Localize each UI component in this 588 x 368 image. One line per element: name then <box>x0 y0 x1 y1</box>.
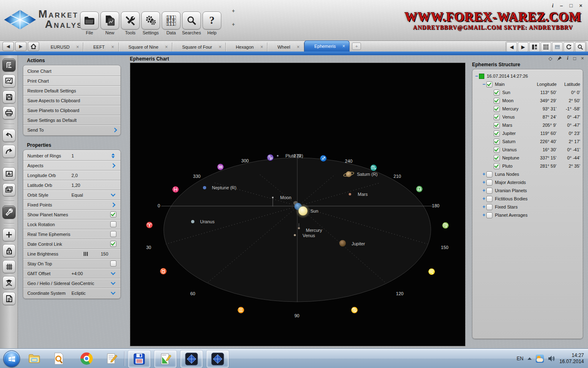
maximize-panel-icon[interactable]: □ <box>573 56 576 61</box>
checkbox[interactable] <box>110 260 116 267</box>
planet-mercury[interactable] <box>298 227 300 229</box>
action-restore-default-settings[interactable]: Restore Default Settings <box>23 86 120 96</box>
side-button-tools-wrench[interactable] <box>2 206 16 219</box>
checkbox[interactable] <box>494 122 500 128</box>
expand-icon[interactable]: + <box>481 188 486 193</box>
tab-square-of-four[interactable]: Square of Four× <box>172 43 226 52</box>
planet-pluto[interactable] <box>277 155 278 157</box>
collapse-icon[interactable]: − <box>481 81 486 87</box>
tab-close-icon[interactable]: × <box>342 43 345 49</box>
tabbar-image-button[interactable] <box>552 42 563 52</box>
tree-planet-mars[interactable]: Mars205° 9’0° -47’ <box>474 121 581 129</box>
tree-planet-mercury[interactable]: Mercury93° 31’-1° -58’ <box>474 105 581 113</box>
taskbar-app-floppy[interactable] <box>128 350 150 368</box>
nav-forward-button[interactable]: ▶ <box>15 42 27 51</box>
checkbox[interactable] <box>486 171 492 177</box>
side-button-grid[interactable] <box>2 260 16 273</box>
expand-icon[interactable]: + <box>481 180 486 185</box>
property-date-control-link[interactable]: Date Control Link <box>23 239 120 249</box>
checkbox[interactable] <box>494 163 500 169</box>
taskbar-search-button[interactable] <box>52 352 65 365</box>
tab-close-icon[interactable]: × <box>260 44 263 50</box>
tree-planet-jupiter[interactable]: Jupiter119° 60’0° 23’ <box>474 129 581 137</box>
tabbar-search-button[interactable] <box>575 42 586 52</box>
checkbox[interactable] <box>110 211 116 218</box>
checkbox[interactable] <box>110 231 116 237</box>
property-aspects[interactable]: Aspects <box>23 161 120 171</box>
tree-group-major-asteroids[interactable]: +Major Asteroids <box>474 178 581 186</box>
planet-venus[interactable] <box>294 234 296 236</box>
property-geo-helio-sidereal[interactable]: Geo / Helio / SiderealGeoCentric <box>23 278 120 288</box>
tree-planet-sun[interactable]: Sun113° 50’0° 0’ <box>474 88 581 96</box>
property-coordinate-system[interactable]: Coordinate SystemEcliptic <box>23 288 120 298</box>
tree-planet-neptune[interactable]: Neptune337° 15’0° -44’ <box>474 154 581 162</box>
tab-eeft[interactable]: EEFT× <box>83 43 118 52</box>
tab-close-icon[interactable]: × <box>165 44 168 50</box>
checkbox[interactable] <box>486 81 492 88</box>
tree-group-main[interactable]: −MainLongitudeLatitude <box>474 80 581 88</box>
dock-add-button[interactable]: + <box>232 8 235 14</box>
checkbox[interactable] <box>494 147 500 153</box>
property-longitude-orb[interactable]: Longitude Orb2,0 <box>23 171 120 180</box>
tabbar-grid-button[interactable] <box>541 42 551 52</box>
checkbox[interactable] <box>494 155 500 161</box>
action-send-to[interactable]: Send To <box>23 125 120 135</box>
toolbar-button-tools[interactable]: Tools <box>121 11 140 35</box>
taskbar-app-editor[interactable] <box>154 350 176 368</box>
side-button-export-images[interactable] <box>2 183 16 196</box>
toolbar-button-help[interactable]: ?Help <box>203 11 221 35</box>
tab-hexagon[interactable]: Hexagon× <box>226 43 267 52</box>
taskbar-app-market-analyst-2[interactable] <box>207 350 229 368</box>
tree-planet-uranus[interactable]: Uranus16° 30’0° -41’ <box>474 146 581 154</box>
window-close-button[interactable]: × <box>579 2 582 9</box>
toolbar-button-new[interactable]: New <box>100 11 119 35</box>
tab-close-icon[interactable]: × <box>297 44 300 50</box>
tray-clock[interactable]: 14:27 16.07.2014 <box>559 352 584 365</box>
property-line-brightness[interactable]: Line Brightness150 <box>23 249 120 259</box>
tabbar-next-button[interactable]: ▶ <box>518 42 528 52</box>
side-button-save[interactable] <box>2 90 16 103</box>
checkbox[interactable] <box>494 106 500 112</box>
side-button-print[interactable] <box>2 106 16 119</box>
tab-close-icon[interactable]: × <box>218 44 221 50</box>
checkbox[interactable] <box>486 196 492 202</box>
checkbox[interactable] <box>494 130 500 137</box>
planet-neptune[interactable] <box>203 186 206 189</box>
tray-expand-icon[interactable] <box>528 357 532 360</box>
action-save-planets-to-clipboard[interactable]: Save Planets to Clipboard <box>23 105 120 115</box>
checkbox[interactable] <box>486 188 492 194</box>
new-tab-button[interactable]: + <box>352 43 361 50</box>
tab-close-icon[interactable]: × <box>111 44 114 50</box>
checkbox[interactable] <box>486 204 492 210</box>
tree-group-uranian-planets[interactable]: +Uranian Planets <box>474 186 581 195</box>
tab-eurusd[interactable]: EURUSD× <box>41 43 83 52</box>
property-latitude-orb[interactable]: Latitude Orb1,20 <box>23 180 120 190</box>
toolbar-button-file[interactable]: File <box>80 11 99 35</box>
collapse-icon[interactable]: − <box>474 73 479 79</box>
nav-back-button[interactable]: ◀ <box>2 42 14 51</box>
toolbar-button-settings[interactable]: Settings <box>141 11 160 35</box>
property-lock-rotation[interactable]: Lock Rotation <box>23 220 120 229</box>
property-fixed-points[interactable]: Fixed Points <box>23 200 120 210</box>
dock-add-button[interactable]: + <box>232 22 235 27</box>
checkbox[interactable] <box>494 98 500 104</box>
checkbox[interactable] <box>486 212 492 218</box>
tree-group-planet-averages[interactable]: +Planet Averages <box>474 211 581 219</box>
expand-icon[interactable]: + <box>481 204 486 210</box>
start-button[interactable] <box>3 350 20 367</box>
expand-icon[interactable]: + <box>481 212 486 218</box>
property-real-time-ephemeris[interactable]: Real Time Ephemeris <box>23 229 120 239</box>
checkbox[interactable] <box>494 139 500 145</box>
action-save-aspects-to-clipboard[interactable]: Save Aspects to Clipboard <box>23 96 120 105</box>
side-button-chart-image[interactable] <box>2 74 16 88</box>
tree-planet-venus[interactable]: Venus87° 24’0° -47’ <box>474 113 581 121</box>
checkbox[interactable] <box>110 221 116 227</box>
side-button-add[interactable] <box>2 228 16 241</box>
taskbar-app-market-analyst-1[interactable] <box>180 350 203 368</box>
nav-home-button[interactable] <box>28 42 39 51</box>
toolbar-button-data[interactable]: 101010111Data <box>162 11 180 35</box>
tab-close-icon[interactable]: × <box>76 44 79 50</box>
spinner-icon[interactable] <box>111 153 115 158</box>
property-gmt-offset[interactable]: GMT Offset+4:00 <box>23 269 120 278</box>
checkbox[interactable] <box>494 90 500 96</box>
